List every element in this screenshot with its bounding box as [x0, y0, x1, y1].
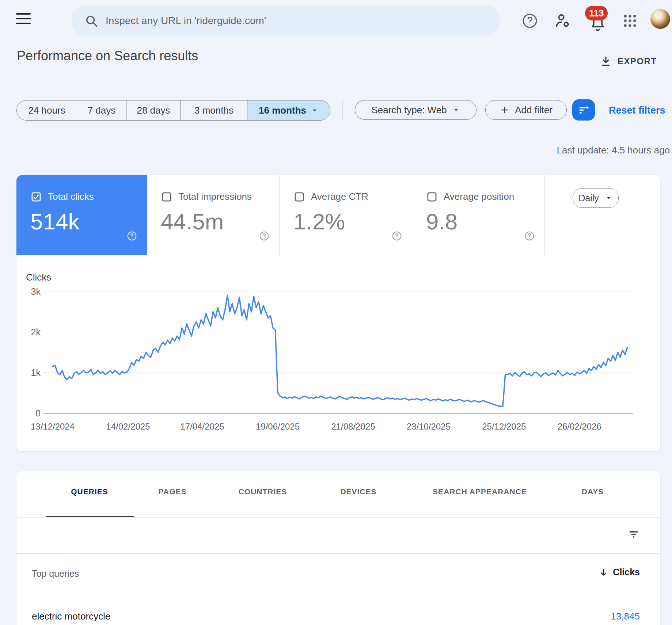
svg-text:25/12/2025: 25/12/2025: [482, 422, 526, 431]
column-header-queries: Top queries: [32, 568, 79, 579]
menu-icon[interactable]: [16, 13, 31, 25]
filter-separator: [342, 100, 343, 120]
filter-sparkle-icon: [577, 104, 590, 116]
metric-average-position[interactable]: Average position 9.8: [412, 175, 545, 255]
tab-countries[interactable]: COUNTRIES: [239, 487, 287, 496]
clicks-chart: Clicks01k2k3k13/12/202414/02/202517/04/2…: [16, 255, 660, 451]
date-range-group: 24 hours 7 days 28 days 3 months 16 mont…: [16, 100, 330, 121]
smart-filter-button[interactable]: [572, 99, 595, 121]
svg-text:17/04/2025: 17/04/2025: [181, 422, 224, 431]
metric-label: Total impressions: [178, 191, 252, 202]
svg-text:0: 0: [35, 408, 41, 418]
metric-value: 9.8: [426, 209, 458, 235]
export-button[interactable]: EXPORT: [600, 56, 657, 67]
metric-value: 1.2%: [293, 209, 345, 235]
help-circle-icon[interactable]: [259, 230, 270, 241]
help-circle-icon[interactable]: [126, 230, 137, 241]
interval-label: Daily: [578, 193, 599, 203]
reset-filters-link[interactable]: Reset filters: [609, 105, 665, 116]
svg-text:19/06/2025: 19/06/2025: [256, 422, 300, 431]
tab-queries[interactable]: QUERIES: [71, 487, 108, 496]
metric-label: Average position: [444, 191, 514, 202]
add-filter-label: Add filter: [515, 104, 553, 116]
checkbox-unchecked-icon[interactable]: [294, 192, 304, 202]
svg-text:14/02/2025: 14/02/2025: [106, 422, 150, 431]
range-3-months[interactable]: 3 months: [181, 100, 247, 120]
divider: [16, 594, 660, 594]
dimensions-table-card: QUERIES PAGES COUNTRIES DEVICES SEARCH A…: [16, 471, 660, 625]
search-icon: [84, 14, 98, 28]
tab-search-appearance[interactable]: SEARCH APPEARANCE: [433, 487, 527, 496]
svg-text:13/12/2024: 13/12/2024: [31, 422, 75, 431]
clicks-header-label: Clicks: [613, 567, 640, 578]
metric-total-clicks[interactable]: Total clicks 514k: [16, 175, 147, 255]
interval-dropdown[interactable]: Daily: [573, 188, 619, 208]
help-circle-icon[interactable]: [391, 230, 402, 241]
apps-grid-icon[interactable]: [621, 12, 639, 30]
range-16-months[interactable]: 16 months: [247, 100, 330, 120]
page-title: Performance on Search results: [17, 48, 198, 64]
url-inspect-searchbox[interactable]: [71, 5, 501, 37]
divider: [16, 553, 660, 554]
plus-icon: [500, 105, 510, 115]
sort-down-arrow-icon: [599, 568, 608, 577]
column-header-clicks-sort[interactable]: Clicks: [599, 567, 640, 578]
performance-card: Total clicks 514k Total impressions 44.5…: [16, 175, 660, 451]
table-row-query: electric motorcycle: [32, 611, 110, 622]
table-filter-icon[interactable]: [628, 529, 639, 540]
header-divider: [0, 84, 672, 84]
table-row-clicks[interactable]: 13,845: [611, 611, 640, 622]
last-update-text: Last update: 4.5 hours ago: [557, 145, 670, 156]
tab-days[interactable]: DAYS: [582, 487, 604, 496]
search-type-label: Search type: Web: [371, 104, 447, 116]
tab-pages[interactable]: PAGES: [159, 487, 187, 496]
svg-text:2k: 2k: [31, 327, 41, 337]
checkbox-checked-icon[interactable]: [31, 192, 41, 202]
add-filter-button[interactable]: Add filter: [485, 100, 567, 120]
notification-count-badge: 113: [585, 6, 608, 20]
metric-label: Total clicks: [48, 191, 94, 202]
tab-devices[interactable]: DEVICES: [340, 487, 376, 496]
clicks-chart-area: Clicks01k2k3k13/12/202414/02/202517/04/2…: [16, 255, 660, 451]
avatar[interactable]: [650, 9, 670, 29]
help-circle-icon[interactable]: [524, 230, 535, 241]
range-16-months-label: 16 months: [259, 105, 306, 116]
svg-text:21/08/2025: 21/08/2025: [331, 422, 375, 431]
metric-label: Average CTR: [311, 191, 368, 202]
checkbox-unchecked-icon[interactable]: [427, 192, 437, 202]
metric-value: 514k: [30, 209, 79, 235]
svg-text:3k: 3k: [31, 286, 41, 297]
metric-average-ctr[interactable]: Average CTR 1.2%: [280, 175, 412, 255]
download-icon: [600, 56, 612, 67]
chevron-down-icon: [311, 106, 319, 114]
metric-value: 44.5m: [161, 209, 224, 235]
svg-text:26/02/2026: 26/02/2026: [558, 422, 601, 431]
svg-text:Clicks: Clicks: [26, 272, 51, 283]
range-24-hours[interactable]: 24 hours: [17, 100, 77, 120]
chevron-down-icon: [605, 194, 613, 202]
help-icon[interactable]: [521, 12, 539, 30]
range-28-days[interactable]: 28 days: [126, 100, 181, 120]
divider: [16, 517, 660, 518]
svg-text:23/10/2025: 23/10/2025: [407, 422, 451, 431]
range-7-days[interactable]: 7 days: [77, 100, 126, 120]
search-input[interactable]: [105, 15, 501, 27]
export-label: EXPORT: [618, 56, 657, 66]
checkbox-unchecked-icon[interactable]: [162, 192, 172, 202]
search-type-dropdown[interactable]: Search type: Web: [355, 100, 477, 120]
user-settings-icon[interactable]: [554, 12, 572, 30]
chevron-down-icon: [452, 106, 460, 114]
metric-total-impressions[interactable]: Total impressions 44.5m: [147, 175, 280, 255]
svg-text:1k: 1k: [31, 367, 41, 378]
